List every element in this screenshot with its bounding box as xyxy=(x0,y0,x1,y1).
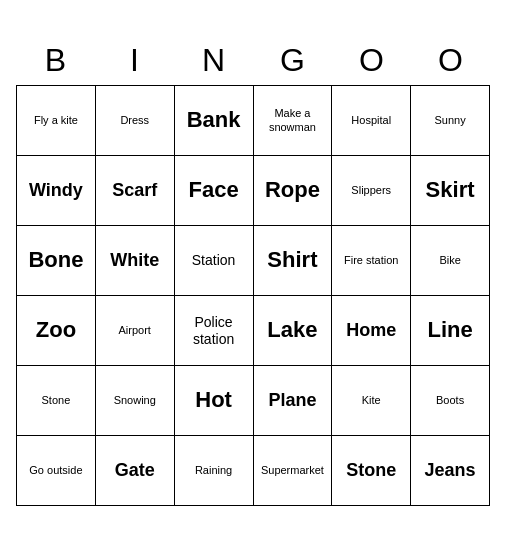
bingo-card: BINGOO Fly a kiteDressBankMake a snowman… xyxy=(8,30,498,514)
cell-r0-c2: Bank xyxy=(175,86,254,156)
cell-text-r0-c5: Sunny xyxy=(434,114,465,127)
cell-text-r2-c3: Shirt xyxy=(267,247,317,273)
cell-text-r2-c0: Bone xyxy=(28,247,83,273)
cell-text-r0-c1: Dress xyxy=(120,114,149,127)
bingo-header: BINGOO xyxy=(16,38,490,83)
header-letter-3: G xyxy=(253,38,332,83)
cell-text-r1-c2: Face xyxy=(189,177,239,203)
cell-r4-c4: Kite xyxy=(332,366,411,436)
cell-r4-c1: Snowing xyxy=(96,366,175,436)
cell-r5-c5: Jeans xyxy=(411,436,490,506)
cell-text-r3-c4: Home xyxy=(346,320,396,342)
cell-r5-c2: Raining xyxy=(175,436,254,506)
cell-text-r1-c1: Scarf xyxy=(112,180,157,202)
cell-text-r4-c1: Snowing xyxy=(114,394,156,407)
cell-r0-c0: Fly a kite xyxy=(17,86,96,156)
cell-r1-c2: Face xyxy=(175,156,254,226)
header-letter-1: I xyxy=(95,38,174,83)
cell-r2-c0: Bone xyxy=(17,226,96,296)
cell-r4-c2: Hot xyxy=(175,366,254,436)
cell-r1-c3: Rope xyxy=(254,156,333,226)
cell-r0-c3: Make a snowman xyxy=(254,86,333,156)
cell-r2-c4: Fire station xyxy=(332,226,411,296)
cell-text-r1-c5: Skirt xyxy=(426,177,475,203)
cell-text-r2-c5: Bike xyxy=(439,254,460,267)
cell-r4-c0: Stone xyxy=(17,366,96,436)
cell-text-r0-c4: Hospital xyxy=(351,114,391,127)
cell-text-r2-c4: Fire station xyxy=(344,254,398,267)
cell-text-r5-c1: Gate xyxy=(115,460,155,482)
cell-text-r5-c2: Raining xyxy=(195,464,232,477)
cell-text-r4-c0: Stone xyxy=(42,394,71,407)
cell-text-r3-c2: Police station xyxy=(178,314,250,348)
cell-text-r2-c2: Station xyxy=(192,252,236,269)
cell-r1-c0: Windy xyxy=(17,156,96,226)
cell-text-r0-c3: Make a snowman xyxy=(257,107,329,133)
cell-text-r1-c4: Slippers xyxy=(351,184,391,197)
header-letter-4: O xyxy=(332,38,411,83)
cell-r0-c1: Dress xyxy=(96,86,175,156)
cell-text-r3-c3: Lake xyxy=(267,317,317,343)
cell-r2-c1: White xyxy=(96,226,175,296)
cell-r4-c5: Boots xyxy=(411,366,490,436)
cell-text-r3-c0: Zoo xyxy=(36,317,76,343)
cell-text-r4-c2: Hot xyxy=(195,387,232,413)
cell-r3-c2: Police station xyxy=(175,296,254,366)
cell-r3-c0: Zoo xyxy=(17,296,96,366)
cell-text-r4-c4: Kite xyxy=(362,394,381,407)
cell-text-r0-c0: Fly a kite xyxy=(34,114,78,127)
header-letter-5: O xyxy=(411,38,490,83)
cell-text-r3-c1: Airport xyxy=(119,324,151,337)
cell-r5-c4: Stone xyxy=(332,436,411,506)
cell-text-r5-c3: Supermarket xyxy=(261,464,324,477)
cell-text-r4-c3: Plane xyxy=(268,390,316,412)
cell-text-r5-c5: Jeans xyxy=(425,460,476,482)
cell-text-r4-c5: Boots xyxy=(436,394,464,407)
cell-r5-c1: Gate xyxy=(96,436,175,506)
cell-r4-c3: Plane xyxy=(254,366,333,436)
cell-r5-c0: Go outside xyxy=(17,436,96,506)
cell-r3-c1: Airport xyxy=(96,296,175,366)
cell-r3-c4: Home xyxy=(332,296,411,366)
cell-text-r0-c2: Bank xyxy=(187,107,241,133)
cell-r0-c5: Sunny xyxy=(411,86,490,156)
cell-text-r5-c0: Go outside xyxy=(29,464,82,477)
cell-r1-c1: Scarf xyxy=(96,156,175,226)
header-letter-0: B xyxy=(16,38,95,83)
bingo-grid: Fly a kiteDressBankMake a snowmanHospita… xyxy=(16,85,490,506)
cell-r3-c3: Lake xyxy=(254,296,333,366)
cell-r1-c5: Skirt xyxy=(411,156,490,226)
cell-text-r5-c4: Stone xyxy=(346,460,396,482)
cell-r3-c5: Line xyxy=(411,296,490,366)
cell-r1-c4: Slippers xyxy=(332,156,411,226)
cell-r2-c2: Station xyxy=(175,226,254,296)
cell-r0-c4: Hospital xyxy=(332,86,411,156)
cell-text-r3-c5: Line xyxy=(427,317,472,343)
cell-r5-c3: Supermarket xyxy=(254,436,333,506)
cell-text-r1-c0: Windy xyxy=(29,180,83,202)
cell-r2-c3: Shirt xyxy=(254,226,333,296)
cell-text-r2-c1: White xyxy=(110,250,159,272)
cell-text-r1-c3: Rope xyxy=(265,177,320,203)
cell-r2-c5: Bike xyxy=(411,226,490,296)
header-letter-2: N xyxy=(174,38,253,83)
